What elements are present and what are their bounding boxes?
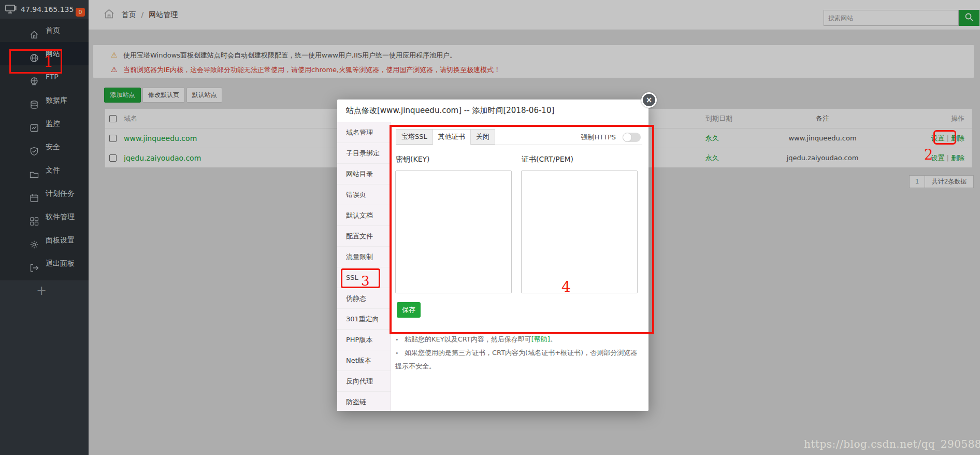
annotation-box-websites (9, 49, 62, 74)
note-text: 。 (550, 335, 557, 343)
modal-menu-net-version[interactable]: Net版本 (337, 350, 391, 371)
modal-menu-traffic-limit[interactable]: 流量限制 (337, 247, 391, 267)
csdn-watermark: https://blog.csdn.net/qq_29058883 (804, 438, 980, 450)
annotation-number-2: 2 (924, 147, 933, 163)
annotation-box-settings-link (933, 130, 956, 145)
note-text: 如果您使用的是第三方证书，CRT内容为(域名证书+根证书)，否则部分浏览器提示不… (395, 349, 637, 370)
modal-menu-config-file[interactable]: 配置文件 (337, 226, 391, 247)
help-link[interactable]: [帮助] (531, 335, 550, 343)
modal-menu-301-redirect[interactable]: 301重定向 (337, 309, 391, 330)
modal-side-menu: 域名管理 子目录绑定 网站目录 错误页 默认文档 配置文件 流量限制 SSL 伪… (337, 122, 391, 411)
bullet-icon: • (395, 347, 405, 360)
annotation-number-4: 4 (561, 278, 571, 295)
modal-title: 站点修改[www.jinqueedu.com] -- 添加时间[2018-06-… (346, 99, 626, 122)
annotation-box-ssl-menu (341, 268, 380, 288)
note-text: 粘贴您的KEY以及CRT内容，然后保存即可 (405, 335, 531, 343)
annotation-number-3: 3 (361, 273, 370, 289)
modal-menu-subdir-bind[interactable]: 子目录绑定 (337, 143, 391, 164)
bullet-icon: • (395, 333, 405, 346)
note-line: •如果您使用的是第三方证书，CRT内容为(域名证书+根证书)，否则部分浏览器提示… (395, 346, 643, 373)
modal-menu-rewrite[interactable]: 伪静态 (337, 288, 391, 309)
modal-menu-error-page[interactable]: 错误页 (337, 184, 391, 205)
modal-menu-domain-manage[interactable]: 域名管理 (337, 122, 391, 143)
modal-menu-php-version[interactable]: PHP版本 (337, 330, 391, 350)
note-line: •粘贴您的KEY以及CRT内容，然后保存即可[帮助]。 (395, 333, 643, 346)
annotation-box-cert-panel (390, 125, 654, 334)
modal-menu-reverse-proxy[interactable]: 反向代理 (337, 371, 391, 392)
ssl-help-notes: •粘贴您的KEY以及CRT内容，然后保存即可[帮助]。 •如果您使用的是第三方证… (395, 333, 643, 373)
modal-menu-hotlink[interactable]: 防盗链 (337, 392, 391, 411)
modal-menu-site-dir[interactable]: 网站目录 (337, 164, 391, 184)
annotation-number-1: 1 (44, 52, 53, 70)
modal-menu-default-doc[interactable]: 默认文档 (337, 205, 391, 226)
close-icon[interactable]: × (641, 92, 657, 108)
